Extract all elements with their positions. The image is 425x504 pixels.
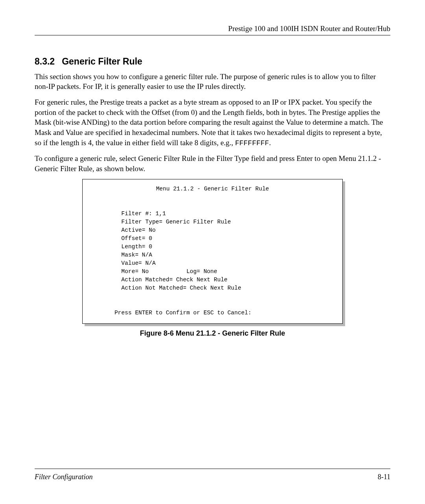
paragraph-3: To configure a generic rule, select Gene… xyxy=(35,153,390,174)
blank-line xyxy=(91,202,94,209)
menu-prompt: Press ENTER to Confirm or ESC to Cancel: xyxy=(115,310,251,316)
section-title: Generic Filter Rule xyxy=(62,56,142,66)
menu-filter-no: Filter #: 1,1 xyxy=(121,210,166,217)
section-number: 8.3.2 xyxy=(35,56,55,66)
menu-mask: Mask= N/A xyxy=(121,252,152,258)
menu-length: Length= 0 xyxy=(121,244,152,250)
page-footer: Filter Configuration 8-11 xyxy=(35,469,390,482)
paragraph-2: For generic rules, the Prestige treats a… xyxy=(35,97,390,148)
paragraph-2-mono: FFFFFFFF xyxy=(235,139,269,147)
blank-line xyxy=(91,293,94,299)
running-head-text: Prestige 100 and 100IH ISDN Router and R… xyxy=(228,24,390,33)
footer-left: Filter Configuration xyxy=(35,472,93,482)
menu-filter-type: Filter Type= Generic Filter Rule xyxy=(121,219,231,225)
terminal-menu-box: Menu 21.1.2 - Generic Filter Rule Filter… xyxy=(82,179,343,324)
figure-caption: Figure 8-6 Menu 21.1.2 - Generic Filter … xyxy=(35,329,390,338)
figure-container: Menu 21.1.2 - Generic Filter Rule Filter… xyxy=(82,179,343,324)
section-heading: 8.3.2Generic Filter Rule xyxy=(35,55,390,68)
menu-more-log: More= No Log= None xyxy=(121,268,217,275)
paragraph-1: This section shows you how to configure … xyxy=(35,72,390,92)
menu-offset: Offset= 0 xyxy=(121,235,152,242)
menu-title-line: Menu 21.1.2 - Generic Filter Rule xyxy=(91,185,334,193)
paragraph-2-before: For generic rules, the Prestige treats a… xyxy=(35,98,383,147)
paragraph-2-after: . xyxy=(269,138,271,147)
blank-line xyxy=(91,301,94,308)
menu-active: Active= No xyxy=(121,227,155,233)
menu-action-matched: Action Matched= Check Next Rule xyxy=(121,277,227,283)
menu-value: Value= N/A xyxy=(121,260,155,266)
menu-action-not-matched: Action Not Matched= Check Next Rule xyxy=(121,285,241,291)
footer-right: 8-11 xyxy=(378,472,390,482)
running-header: Prestige 100 and 100IH ISDN Router and R… xyxy=(35,24,390,35)
